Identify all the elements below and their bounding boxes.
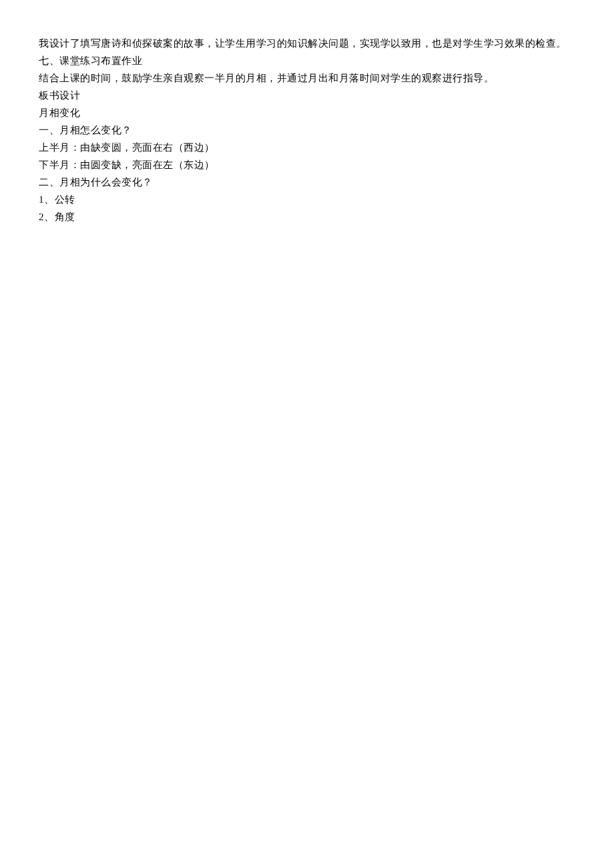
body-text-line: 我设计了填写唐诗和侦探破案的故事，让学生用学习的知识解决问题，实现学以致用，也是… (39, 35, 575, 52)
document-page: 我设计了填写唐诗和侦探破案的故事，让学生用学习的知识解决问题，实现学以致用，也是… (0, 0, 614, 226)
list-item: 2、角度 (39, 208, 575, 226)
list-item: 上半月：由缺变圆，亮面在右（西边） (39, 139, 575, 156)
section-heading: 七、课堂练习布置作业 (39, 52, 575, 69)
board-title: 月相变化 (39, 104, 575, 121)
list-item: 1、公转 (39, 191, 575, 208)
list-heading: 二、月相为什么会变化？ (39, 173, 575, 191)
list-heading: 一、月相怎么变化？ (39, 121, 575, 139)
section-heading: 板书设计 (39, 87, 575, 104)
list-item: 下半月：由圆变缺，亮面在左（东边） (39, 156, 575, 173)
body-text-line: 结合上课的时间，鼓励学生亲自观察一半月的月相，并通过月出和月落时间对学生的观察进… (39, 69, 575, 87)
